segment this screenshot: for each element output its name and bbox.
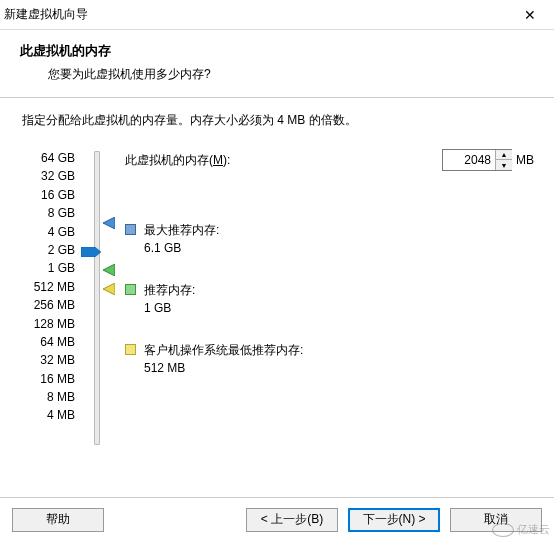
cancel-button[interactable]: 取消 <box>450 508 542 532</box>
svg-marker-0 <box>81 247 101 257</box>
scale-label: 64 MB <box>20 333 75 351</box>
scale-label: 16 MB <box>20 370 75 388</box>
max-recommended-value: 6.1 GB <box>144 239 219 257</box>
scale-label: 32 MB <box>20 351 75 369</box>
recommended-value: 1 GB <box>144 299 195 317</box>
scale-label: 4 MB <box>20 406 75 424</box>
scale-label: 2 GB <box>20 241 75 259</box>
scale-label: 64 GB <box>20 149 75 167</box>
scale-label: 8 GB <box>20 204 75 222</box>
blue-square-icon <box>125 224 136 235</box>
min-recommended-block: 客户机操作系统最低推荐内存: 512 MB <box>125 341 534 377</box>
scale-label: 256 MB <box>20 296 75 314</box>
scale-label: 4 GB <box>20 223 75 241</box>
slider-track[interactable] <box>94 151 100 445</box>
content-area: 指定分配给此虚拟机的内存量。内存大小必须为 4 MB 的倍数。 64 GB32 … <box>0 98 554 425</box>
svg-marker-3 <box>103 283 115 295</box>
memory-info-column: 此虚拟机的内存(M): ▲ ▼ MB 最大推荐内存: <box>117 149 534 425</box>
max-recommended-marker <box>103 217 115 229</box>
scale-label: 128 MB <box>20 315 75 333</box>
min-recommended-marker <box>103 283 115 295</box>
scale-label: 8 MB <box>20 388 75 406</box>
memory-input-label: 此虚拟机的内存(M): <box>125 152 442 169</box>
min-recommended-label: 客户机操作系统最低推荐内存: <box>144 341 303 359</box>
spin-up-button[interactable]: ▲ <box>496 150 512 160</box>
memory-input[interactable]: ▲ ▼ <box>442 149 512 171</box>
recommended-marker <box>103 264 115 276</box>
page-subtitle: 您要为此虚拟机使用多少内存? <box>48 66 538 83</box>
back-button[interactable]: < 上一步(B) <box>246 508 338 532</box>
recommended-label: 推荐内存: <box>144 281 195 299</box>
max-recommended-block: 最大推荐内存: 6.1 GB <box>125 221 534 257</box>
titlebar: 新建虚拟机向导 ✕ <box>0 0 554 30</box>
wizard-footer: 帮助 < 上一步(B) 下一步(N) > 取消 <box>0 497 554 541</box>
page-title: 此虚拟机的内存 <box>20 42 538 60</box>
scale-label: 1 GB <box>20 259 75 277</box>
memory-scale-labels: 64 GB32 GB16 GB8 GB4 GB2 GB1 GB512 MB256… <box>20 149 75 425</box>
window-title: 新建虚拟机向导 <box>4 6 88 23</box>
help-button[interactable]: 帮助 <box>12 508 104 532</box>
min-recommended-value: 512 MB <box>144 359 303 377</box>
memory-slider[interactable] <box>81 151 117 425</box>
instruction-text: 指定分配给此虚拟机的内存量。内存大小必须为 4 MB 的倍数。 <box>22 112 534 129</box>
memory-unit: MB <box>516 153 534 167</box>
svg-marker-2 <box>103 264 115 276</box>
scale-label: 512 MB <box>20 278 75 296</box>
yellow-square-icon <box>125 344 136 355</box>
wizard-header: 此虚拟机的内存 您要为此虚拟机使用多少内存? <box>0 30 554 98</box>
scale-label: 16 GB <box>20 186 75 204</box>
close-icon[interactable]: ✕ <box>516 7 544 23</box>
svg-marker-1 <box>103 217 115 229</box>
spin-down-button[interactable]: ▼ <box>496 160 512 170</box>
memory-value-field[interactable] <box>443 150 495 170</box>
scale-label: 32 GB <box>20 167 75 185</box>
green-square-icon <box>125 284 136 295</box>
max-recommended-label: 最大推荐内存: <box>144 221 219 239</box>
recommended-block: 推荐内存: 1 GB <box>125 281 534 317</box>
slider-thumb[interactable] <box>81 247 101 257</box>
next-button[interactable]: 下一步(N) > <box>348 508 440 532</box>
